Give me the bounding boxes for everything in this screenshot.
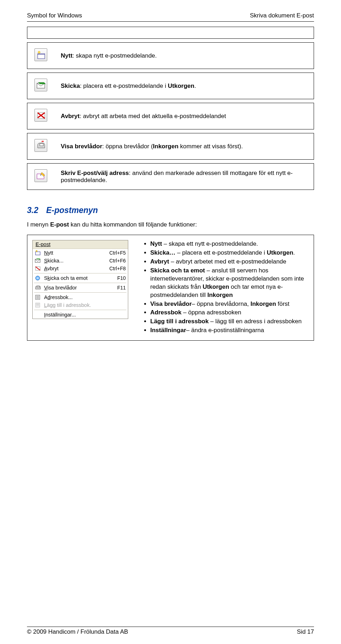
menu-item-icon [34, 284, 42, 291]
skriv-adress-icon [34, 169, 47, 182]
menu-item-label: Inställningar... [44, 312, 124, 318]
list-item: Nytt – skapa ett nytt e-postmeddelande. [150, 240, 308, 248]
footer-left: © 2009 Handicom / Frölunda Data AB [27, 628, 128, 635]
header-left: Symbol for Windows [27, 12, 82, 19]
list-item: Avbryt – avbryt arbetet med ett e-postme… [150, 258, 308, 266]
bullet-list: Nytt – skapa ett nytt e-postmeddelande.S… [143, 240, 308, 335]
menu-title: E-post [33, 240, 128, 249]
section-title: E-postmenyn [46, 206, 98, 215]
visa-brevlador-text2: kommer att visas först). [178, 143, 243, 150]
svg-rect-7 [40, 144, 43, 146]
visa-brevlador-bold2: Inkorgen [153, 143, 179, 150]
footer-rule [27, 627, 314, 627]
skicka-text2: . [194, 83, 196, 89]
menu-item-icon [34, 302, 42, 308]
list-item: Visa brevlådor– öppna brevlådorna, Inkor… [150, 300, 308, 308]
menu-item: Lägg till i adressbok. [33, 301, 128, 309]
intro-pre: I menyn [27, 221, 50, 228]
spacer-box [27, 27, 314, 39]
definition-box-visa-brevlador: Visa brevlådor: öppna brevlådor (Inkorge… [27, 133, 314, 160]
menu-item-icon [34, 257, 42, 264]
menu-item-shortcut: Ctrl+F6 [109, 258, 126, 264]
skicka-bold2: Utkorgen [168, 83, 195, 89]
menu-item[interactable]: Visa brevlådorF11 [33, 284, 128, 292]
avbryt-text: : avbryt att arbeta med det aktuella e-p… [80, 113, 226, 119]
skicka-icon [34, 79, 47, 91]
visa-brevlador-label: Visa brevlådor [61, 143, 102, 150]
list-item: Skicka… – placera ett e-postmeddelande i… [150, 249, 308, 257]
menu-separator [34, 273, 126, 273]
menu-item-shortcut: Ctrl+F5 [109, 250, 126, 256]
nytt-label: Nytt [61, 52, 72, 59]
menu-title-text: E-post [36, 241, 50, 247]
svg-rect-9 [42, 141, 44, 142]
menu-item-label: Visa brevlådor [44, 285, 115, 291]
svg-point-13 [36, 250, 37, 252]
menu-item[interactable]: Skicka och ta emotF10 [33, 274, 128, 282]
visa-brevlador-text1: : öppna brevlådor ( [102, 143, 153, 150]
avbryt-icon [34, 109, 47, 122]
list-item: Adressbok – öppna adressboken [150, 309, 308, 317]
menu-item-label: Nytt [44, 250, 107, 256]
skicka-text1: : placera ett e-postmeddelande i [80, 83, 168, 89]
menu-item-shortcut: F10 [117, 275, 126, 281]
nytt-text: : skapa nytt e-postmeddelande. [72, 52, 157, 59]
menu-item-icon [34, 275, 42, 281]
definition-box-nytt: Nytt: skapa nytt e-postmeddelande. [27, 42, 314, 69]
list-item: Lägg till i adressbok – lägg till en adr… [150, 318, 308, 326]
footer-right: Sid 17 [297, 628, 314, 635]
skriv-adress-label: Skriv E-post/välj adress [61, 170, 129, 176]
menu-item[interactable]: Adressbok... [33, 293, 128, 301]
header-right: Skriva dokument E-post [250, 12, 314, 19]
header-rule [27, 21, 314, 22]
section-heading: 3.2E-postmenyn [27, 206, 314, 215]
avbryt-label: Avbryt [61, 113, 80, 119]
menu-item-icon [34, 312, 42, 318]
menu-item[interactable]: Skicka...Ctrl+F6 [33, 257, 128, 265]
footer: © 2009 Handicom / Frölunda Data AB Sid 1… [27, 619, 314, 635]
section-number: 3.2 [27, 206, 38, 215]
menu-and-bullets-box: E-post NyttCtrl+F5Skicka...Ctrl+F6Avbryt… [27, 235, 314, 341]
menu-item-label: Lägg till i adressbok. [44, 302, 124, 308]
svg-rect-18 [37, 286, 39, 288]
menu-separator [34, 310, 126, 310]
menu-item-shortcut: Ctrl+F8 [109, 266, 126, 271]
menu-item[interactable]: Inställningar... [33, 311, 128, 319]
menu-item-label: Avbryt [44, 266, 107, 271]
epost-dropdown-menu: E-post NyttCtrl+F5Skicka...Ctrl+F6Avbryt… [32, 240, 128, 319]
menu-item-label: Skicka och ta emot [44, 275, 115, 281]
menu-item[interactable]: AvbrytCtrl+F8 [33, 265, 128, 272]
visa-brevlador-icon [34, 139, 47, 152]
menu-separator [34, 292, 126, 293]
definition-box-skriv-adress: Skriv E-post/välj adress: använd den mar… [27, 163, 314, 190]
list-item: Inställningar– ändra e-postinställningar… [150, 326, 308, 335]
definition-box-avbryt: Avbryt: avbryt att arbeta med det aktuel… [27, 103, 314, 129]
menu-item-icon [34, 265, 42, 272]
menu-item-label: Skicka... [44, 258, 107, 264]
skicka-label: Skicka [61, 83, 80, 89]
svg-rect-12 [36, 252, 40, 255]
nytt-icon [34, 48, 47, 61]
menu-item[interactable]: NyttCtrl+F5 [33, 249, 128, 257]
intro-bold: E-post [50, 221, 69, 228]
menu-item-label: Adressbok... [44, 294, 124, 300]
list-item: Skicka och ta emot – anslut till servern… [150, 267, 308, 299]
menu-separator [34, 283, 126, 283]
section-intro: I menyn E-post kan du hitta kommandon ti… [27, 221, 314, 229]
definition-box-skicka: Skicka: placera ett e-postmeddelande i U… [27, 73, 314, 99]
menu-item-icon [34, 250, 42, 256]
menu-item-shortcut: F11 [117, 285, 126, 291]
intro-post: kan du hitta kommandon till följande fun… [69, 221, 197, 228]
menu-item-icon [34, 294, 42, 300]
